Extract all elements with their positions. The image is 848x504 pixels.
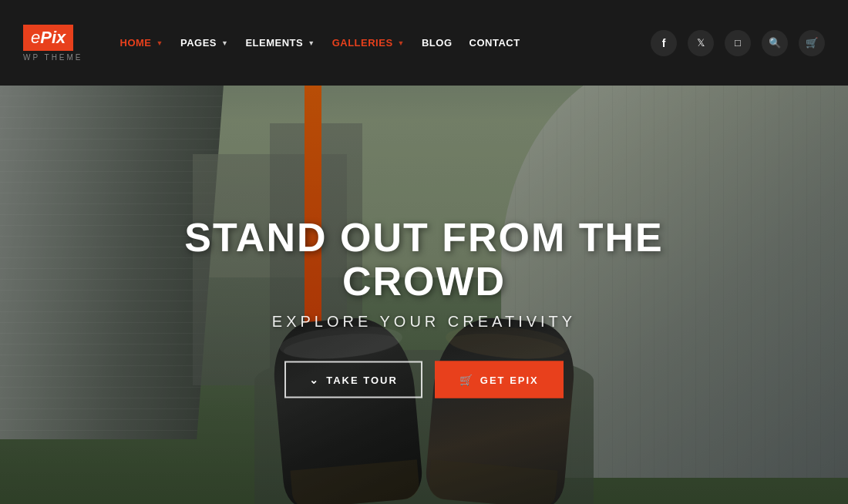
nav-item-pages[interactable]: PAGES ▼ bbox=[174, 34, 234, 52]
logo-tagline: WP THEME bbox=[23, 53, 83, 62]
home-dropdown-icon: ▼ bbox=[156, 39, 163, 47]
nav-icons: f 𝕏 □ 🔍 🛒 bbox=[651, 30, 825, 56]
logo-area: ePix WP THEME bbox=[23, 25, 83, 62]
facebook-icon[interactable]: f bbox=[651, 30, 677, 56]
search-icon[interactable]: 🔍 bbox=[762, 30, 788, 56]
chevron-down-icon: ⌄ bbox=[309, 374, 320, 386]
navbar: ePix WP THEME HOME ▼ PAGES ▼ ELEMENTS ▼ … bbox=[0, 0, 848, 86]
hero-content: STAND OUT FROM THE CROWD EXPLORE YOUR CR… bbox=[116, 216, 732, 398]
hero-buttons: ⌄ TAKE TOUR 🛒 GET EPIX bbox=[116, 361, 732, 398]
hero-subtitle: EXPLORE YOUR CREATIVITY bbox=[116, 313, 732, 331]
nav-item-blog[interactable]: BLOG bbox=[416, 34, 459, 52]
instagram-icon[interactable]: □ bbox=[725, 30, 751, 56]
logo[interactable]: ePix bbox=[23, 25, 73, 51]
get-epix-button[interactable]: 🛒 GET EPIX bbox=[435, 361, 564, 398]
pages-dropdown-icon: ▼ bbox=[221, 39, 228, 47]
take-tour-button[interactable]: ⌄ TAKE TOUR bbox=[284, 361, 422, 398]
nav-item-elements[interactable]: ELEMENTS ▼ bbox=[239, 34, 321, 52]
cart-icon[interactable]: 🛒 bbox=[799, 30, 825, 56]
twitter-icon[interactable]: 𝕏 bbox=[688, 30, 714, 56]
nav-item-home[interactable]: HOME ▼ bbox=[114, 34, 170, 52]
nav-item-contact[interactable]: CONTACT bbox=[463, 34, 527, 52]
nav-item-galleries[interactable]: GALLERIES ▼ bbox=[326, 34, 411, 52]
cart-icon: 🛒 bbox=[459, 374, 474, 386]
galleries-dropdown-icon: ▼ bbox=[398, 39, 405, 47]
elements-dropdown-icon: ▼ bbox=[308, 39, 315, 47]
nav-links: HOME ▼ PAGES ▼ ELEMENTS ▼ GALLERIES ▼ BL… bbox=[114, 34, 635, 52]
hero-title: STAND OUT FROM THE CROWD bbox=[116, 216, 732, 304]
